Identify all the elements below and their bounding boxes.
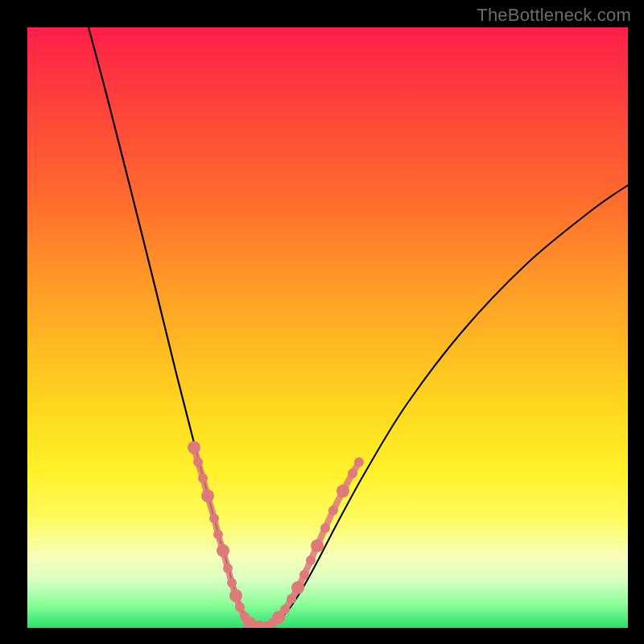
marker-dot: [328, 506, 338, 515]
marker-dot: [306, 555, 316, 565]
marker-dot: [280, 605, 290, 614]
marker-dot: [213, 530, 223, 539]
marker-dot: [354, 457, 364, 467]
marker-dot: [299, 570, 309, 580]
marker-dot: [320, 523, 330, 533]
curve-left: [89, 27, 259, 627]
marker-dot: [193, 457, 203, 467]
marker-dot: [348, 469, 357, 478]
marker-dot: [209, 514, 219, 523]
plot-area: [27, 27, 628, 628]
marker-dot: [217, 544, 229, 557]
marker-dot: [235, 602, 245, 612]
chart-svg: [27, 27, 628, 628]
watermark-text: TheBottleneck.com: [477, 5, 631, 26]
marker-dot: [336, 485, 349, 497]
marker-dot: [188, 441, 200, 454]
marker-dot: [291, 581, 304, 594]
marker-dot: [198, 473, 208, 483]
markers-left: [188, 441, 264, 628]
marker-dot: [287, 594, 296, 604]
marker-dot: [223, 564, 233, 573]
markers-right: [253, 457, 364, 628]
marker-dot: [311, 539, 324, 552]
chart-frame: TheBottleneck.com: [0, 0, 644, 644]
marker-dot: [227, 578, 237, 588]
marker-dot: [229, 589, 242, 602]
marker-dot: [201, 489, 214, 502]
